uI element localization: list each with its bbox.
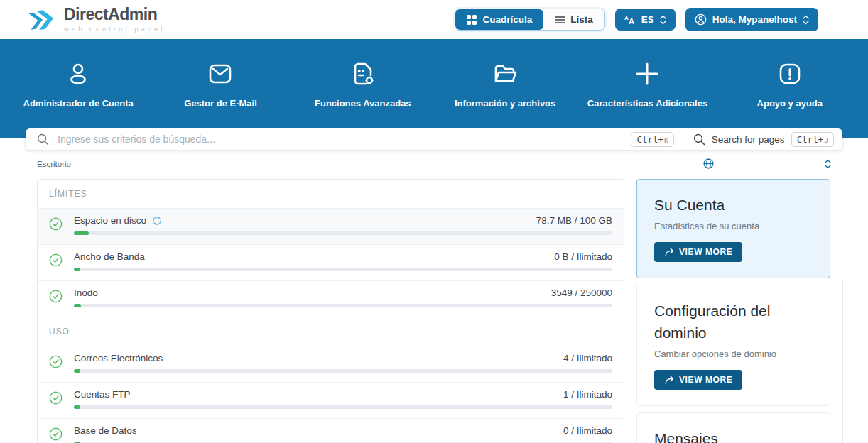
nav-item-account-manager[interactable]: Administrador de Cuenta bbox=[11, 59, 146, 109]
search-icon bbox=[37, 133, 49, 146]
view-more-label: VIEW MORE bbox=[679, 247, 732, 257]
stat-value: 3549 / 250000 bbox=[551, 288, 612, 298]
progress-bar bbox=[74, 231, 612, 235]
stat-label: Base de Datos bbox=[74, 425, 137, 436]
page-search[interactable]: Search for pages Ctrl+ J bbox=[683, 132, 842, 147]
translate-icon: A A bbox=[624, 14, 636, 25]
shortcut-prefix: Ctrl+ bbox=[636, 134, 663, 145]
stat-value: 4 / Ilimitado bbox=[563, 353, 612, 363]
stat-row-ftp-accounts[interactable]: Cuentas FTP 1 / Ilimitado bbox=[38, 383, 624, 419]
view-more-button[interactable]: VIEW MORE bbox=[654, 370, 742, 390]
nav-item-label: Administrador de Cuenta bbox=[23, 98, 134, 109]
stats-card: LÍMITES Espacio en disco bbox=[37, 179, 624, 443]
card-subtitle: Cambiar opciones de dominio bbox=[654, 349, 813, 359]
nav-item-label: Características Adicionales bbox=[587, 98, 707, 109]
grid-icon bbox=[467, 15, 477, 25]
check-circle-icon bbox=[49, 391, 63, 409]
stat-row-databases[interactable]: Base de Datos 0 / Ilimitado bbox=[38, 419, 624, 443]
nav-item-support-help[interactable]: Apoyo y ayuda bbox=[722, 59, 857, 109]
globe-icon bbox=[703, 158, 714, 169]
directadmin-logo[interactable]: DirectAdmin web control panel bbox=[27, 5, 165, 35]
card-title: Configuración del dominio bbox=[654, 300, 813, 344]
check-circle-icon bbox=[49, 427, 63, 443]
progress-bar bbox=[74, 304, 612, 307]
breadcrumb[interactable]: Escritorio bbox=[37, 160, 71, 168]
redo-arrow-icon bbox=[664, 248, 674, 257]
nav-item-advanced-features[interactable]: Funciones Avanzadas bbox=[295, 59, 430, 109]
check-circle-icon bbox=[49, 355, 63, 373]
quick-links-sidebar: Su Cuenta Estadísticas de su cuenta VIEW… bbox=[636, 179, 830, 443]
stat-label: Inodo bbox=[74, 288, 98, 298]
view-more-label: VIEW MORE bbox=[679, 375, 732, 385]
progress-bar bbox=[74, 268, 612, 271]
list-view-button[interactable]: Lista bbox=[543, 9, 604, 30]
refresh-icon[interactable] bbox=[152, 216, 162, 226]
nav-item-info-files[interactable]: Información y archivos bbox=[438, 59, 573, 109]
shortcut-key: J bbox=[824, 136, 828, 144]
language-selector-button[interactable]: A A ES bbox=[615, 9, 676, 31]
card-title: Su Cuenta bbox=[654, 195, 813, 216]
stat-row-bandwidth[interactable]: Ancho de Banda 0 B / Ilimitado bbox=[38, 245, 624, 281]
card-messages: Mensajes Messages, tickets and ticket re… bbox=[636, 412, 830, 443]
top-header: DirectAdmin web control panel Cuadrícula bbox=[0, 0, 868, 39]
card-title: Mensajes bbox=[654, 428, 813, 443]
shortcut-prefix: Ctrl+ bbox=[797, 134, 824, 145]
nav-item-label: Apoyo y ayuda bbox=[757, 98, 823, 109]
redo-arrow-icon bbox=[664, 376, 674, 385]
shortcut-key: K bbox=[664, 136, 668, 144]
check-circle-icon bbox=[49, 217, 63, 235]
card-your-account: Su Cuenta Estadísticas de su cuenta VIEW… bbox=[636, 179, 830, 278]
domain-name-placeholder bbox=[721, 161, 818, 167]
folder-icon bbox=[490, 59, 520, 89]
nav-item-label: Información y archivos bbox=[455, 98, 555, 109]
user-menu-label: Hola, Mypanelhost bbox=[712, 14, 797, 25]
brand-name: DirectAdmin bbox=[64, 6, 165, 23]
user-icon bbox=[63, 59, 93, 89]
category-nav-band: Administrador de Cuenta Gestor de E-Mail bbox=[0, 39, 868, 138]
page-search-shortcut-badge: Ctrl+ J bbox=[791, 132, 834, 147]
check-circle-icon bbox=[49, 290, 63, 307]
list-view-label: Lista bbox=[570, 14, 593, 25]
stat-row-emails[interactable]: Correos Electrónicos 4 / Ilimitado bbox=[38, 346, 624, 383]
envelope-icon bbox=[205, 59, 235, 89]
stat-label: Ancho de Banda bbox=[74, 251, 145, 262]
chevron-up-down-icon bbox=[660, 15, 666, 25]
nav-item-label: Funciones Avanzadas bbox=[315, 98, 411, 109]
nav-item-label: Gestor de E-Mail bbox=[184, 98, 257, 109]
section-title-limits: LÍMITES bbox=[38, 180, 624, 209]
domain-selector[interactable] bbox=[703, 158, 831, 169]
stat-value: 0 B / Ilimitado bbox=[554, 251, 612, 262]
grid-view-button[interactable]: Cuadrícula bbox=[455, 9, 543, 30]
stat-value: 1 / Ilimitado bbox=[563, 389, 612, 400]
stat-value: 0 / Ilimitado bbox=[563, 425, 612, 436]
stat-label: Cuentas FTP bbox=[74, 389, 131, 400]
stat-row-inode[interactable]: Inodo 3549 / 250000 bbox=[38, 281, 624, 317]
chevron-up-down-icon bbox=[825, 159, 831, 169]
search-shortcut-badge: Ctrl+ K bbox=[631, 132, 673, 147]
user-circle-icon bbox=[695, 13, 707, 26]
list-icon bbox=[555, 16, 565, 24]
plus-icon bbox=[632, 59, 662, 89]
check-circle-icon bbox=[49, 253, 63, 271]
section-title-usage: USO bbox=[38, 317, 624, 346]
user-menu-button[interactable]: Hola, Mypanelhost bbox=[685, 8, 818, 31]
svg-text:A: A bbox=[629, 17, 634, 25]
stat-row-disk-space[interactable]: Espacio en disco 78.7 MB / 100 GB bbox=[38, 209, 624, 245]
view-more-button[interactable]: VIEW MORE bbox=[654, 242, 742, 262]
language-label: ES bbox=[641, 14, 654, 25]
stat-label: Correos Electrónicos bbox=[74, 353, 163, 363]
card-domain-setup: Configuración del dominio Cambiar opcion… bbox=[636, 285, 830, 406]
document-gear-icon bbox=[348, 59, 378, 89]
stat-value: 78.7 MB / 100 GB bbox=[536, 215, 612, 226]
progress-bar bbox=[74, 405, 612, 409]
directadmin-chevrons-icon bbox=[27, 5, 57, 35]
content-right-divider bbox=[842, 279, 843, 443]
global-search-bar: Ctrl+ K Search for pages Ctrl+ J bbox=[26, 128, 842, 150]
nav-item-extra-features[interactable]: Características Adicionales bbox=[580, 59, 715, 109]
grid-view-label: Cuadrícula bbox=[482, 14, 532, 25]
stat-label: Espacio en disco bbox=[74, 215, 146, 226]
card-subtitle: Estadísticas de su cuenta bbox=[654, 221, 813, 231]
chevron-up-down-icon bbox=[803, 15, 809, 25]
search-input[interactable] bbox=[58, 133, 624, 145]
nav-item-email-manager[interactable]: Gestor de E-Mail bbox=[153, 59, 288, 109]
